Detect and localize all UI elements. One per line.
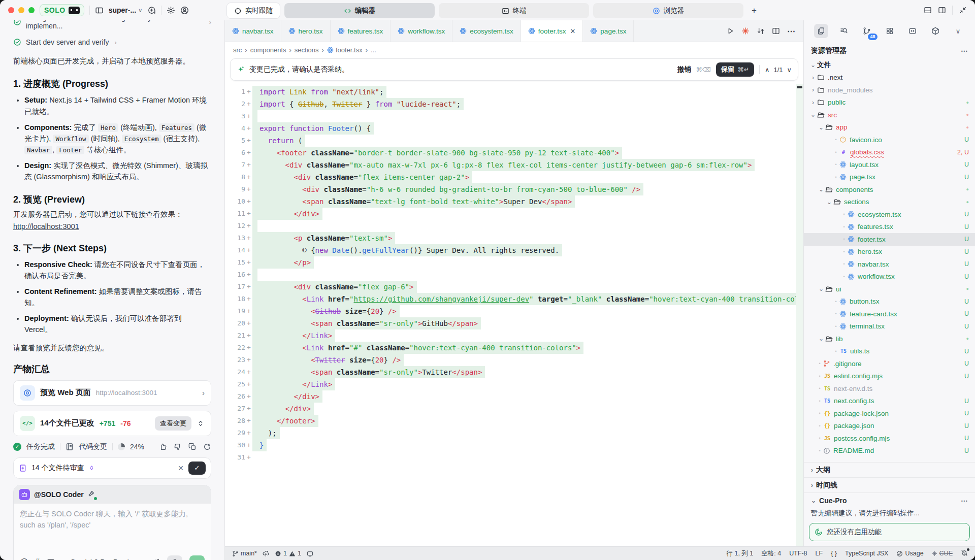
tree-item-lib[interactable]: ⌄lib● [804,333,975,345]
run-icon[interactable] [726,27,734,35]
cuepro-more-icon[interactable]: ⋯ [961,497,968,505]
add-view-tab-button[interactable]: + [748,6,761,16]
outline-section[interactable]: › 大纲 [804,462,975,477]
thumbs-up-icon[interactable] [159,443,167,451]
diff-icon[interactable] [757,27,765,35]
tree-item-navbar.tsx[interactable]: •navbar.tsxU [804,258,975,271]
breadcrumb-item-sections[interactable]: sections [295,46,319,54]
tab-live-follow[interactable]: 实时跟随 [226,3,280,19]
close-icon[interactable]: ✕ [570,27,575,35]
tree-item-terminal.tsx[interactable]: •terminal.tsxU [804,320,975,333]
close-window-button[interactable] [8,7,14,13]
localhost-link[interactable]: http://localhost:3001 [13,222,79,230]
more-actions-icon[interactable]: ⋯ [787,26,796,36]
tree-item-node_modules[interactable]: ›node_modules [804,84,975,96]
tree-item-package-lock.json[interactable]: •{}package-lock.jsonU [804,407,975,420]
copy-icon[interactable] [188,443,197,451]
tab-editor[interactable]: 编辑器 [284,3,435,18]
tree-item-workflow.tsx[interactable]: •workflow.tsxU [804,271,975,283]
tree-item-favicon.ico[interactable]: •favicon.icoU [804,134,975,146]
cue-indicator[interactable]: CUE [932,550,953,557]
usage-indicator[interactable]: Usage [896,550,923,557]
problems-indicator[interactable]: 1 1 [275,550,301,557]
braces-indicator[interactable]: { } [831,550,837,557]
tab-terminal[interactable]: 终端 [439,3,589,18]
breadcrumb-item-components[interactable]: components [250,46,286,54]
tree-item-.gitignore[interactable]: •.gitignoreU [804,357,975,370]
refresh-icon[interactable] [203,443,211,451]
notifications-button[interactable] [961,549,968,558]
collapse-window-icon[interactable] [959,6,967,14]
editor-tab-ecosystem.tsx[interactable]: ecosystem.tsx [452,20,521,42]
tools-status-icon[interactable] [88,489,95,499]
explorer-view-button[interactable] [814,24,828,38]
tree-item-layout.tsx[interactable]: •layout.tsxU [804,158,975,171]
tree-item-ecosystem.tsx[interactable]: •ecosystem.tsxU [804,208,975,221]
language-mode[interactable]: TypeScript JSX [845,550,888,557]
editor-tab-navbar.tsx[interactable]: navbar.tsx [225,20,281,42]
overview-ruler[interactable] [796,84,803,546]
breadcrumb-item-footer.tsx[interactable]: footer.tsx [327,46,363,54]
split-editor-icon[interactable] [772,27,780,35]
close-icon[interactable]: ✕ [178,464,184,472]
view-changes-button[interactable]: 查看变更 [155,416,191,431]
prev-change-icon[interactable]: ∧ [765,66,770,74]
minimize-window-button[interactable] [18,7,24,13]
settings-button[interactable] [167,6,175,15]
explorer-more-icon[interactable]: ⋯ [961,47,968,55]
new-chat-button[interactable] [147,6,156,15]
tree-item-button.tsx[interactable]: •button.tsxU [804,295,975,308]
next-change-icon[interactable]: ∨ [787,66,792,74]
tree-item-hero.tsx[interactable]: •hero.tsxU [804,246,975,258]
editor-tab-features.tsx[interactable]: features.tsx [331,20,391,42]
hash-icon[interactable]: # [35,557,40,560]
sidebar-toggle-button[interactable] [95,6,104,15]
cuepro-section[interactable]: ⌄ Cue-Pro ⋯ [804,492,975,508]
project-switcher[interactable]: super-... ∨ [109,6,143,14]
thumbs-down-icon[interactable] [174,443,182,451]
indentation[interactable]: 空格: 4 [761,549,781,558]
mic-button[interactable] [167,555,182,560]
tree-item-postcss.config.mjs[interactable]: •JSpostcss.config.mjsU [804,432,975,445]
chat-input[interactable]: 您正在与 SOLO Coder 聊天，输入 '/' 获取更多能力, such a… [14,504,211,551]
send-button[interactable]: ↑ [189,555,205,560]
cursor-position[interactable]: 行 1, 列 1 [726,549,753,558]
sparkle-icon[interactable] [152,558,160,560]
tree-item-sections[interactable]: ⌄sections● [804,196,975,209]
git-branch-indicator[interactable]: main* [232,550,257,557]
accept-all-button[interactable]: ✓ [188,462,206,475]
ports-button[interactable] [307,550,313,557]
tree-item-utils.ts[interactable]: •TSutils.tsU [804,345,975,358]
task-item[interactable]: Configure Tailwind theme and global styl… [13,20,211,28]
tree-item-src[interactable]: ⌄src● [804,109,975,121]
solo-logo[interactable]: SOLO [40,4,84,16]
image-icon[interactable] [47,558,55,560]
tree-item-ui[interactable]: ⌄ui● [804,283,975,295]
tree-item-README.md[interactable]: •README.mdU [804,445,975,457]
tree-item-globals.css[interactable]: •#globals.css2, U [804,146,975,159]
sort-icon[interactable] [88,465,95,471]
mention-icon[interactable]: @ [20,557,28,560]
extensions-view-button[interactable] [883,24,897,38]
keep-button[interactable]: 保留 ⌘↵ [716,62,754,77]
tab-browser[interactable]: 浏览器 [593,3,743,18]
code-change-label[interactable]: 代码变更 [79,442,107,451]
encoding[interactable]: UTF-8 [789,550,807,557]
sync-button[interactable] [263,550,269,557]
search-view-button[interactable] [837,24,851,38]
source-control-button[interactable]: 48 [860,24,874,38]
editor-tab-hero.tsx[interactable]: hero.tsx [281,20,331,42]
account-button[interactable] [180,6,189,15]
undo-button[interactable]: 撤销 [677,65,691,74]
tree-item-features.tsx[interactable]: •features.tsxU [804,221,975,234]
tree-item-next-env.d.ts[interactable]: •TSnext-env.d.ts [804,382,975,395]
starburst-icon[interactable] [741,27,750,35]
editor-tab-page.tsx[interactable]: page.tsx [583,20,634,42]
tree-item-next.config.ts[interactable]: •TSnext.config.tsU [804,395,975,408]
tree-item-.next[interactable]: ›.next [804,72,975,84]
task-item[interactable]: Start dev server and verify › [13,36,211,48]
snippets-view-button[interactable] [905,24,920,38]
toggle-bottom-panel-icon[interactable] [924,6,932,14]
tree-item-components[interactable]: ⌄components● [804,183,975,196]
toggle-right-panel-icon[interactable] [938,6,946,14]
